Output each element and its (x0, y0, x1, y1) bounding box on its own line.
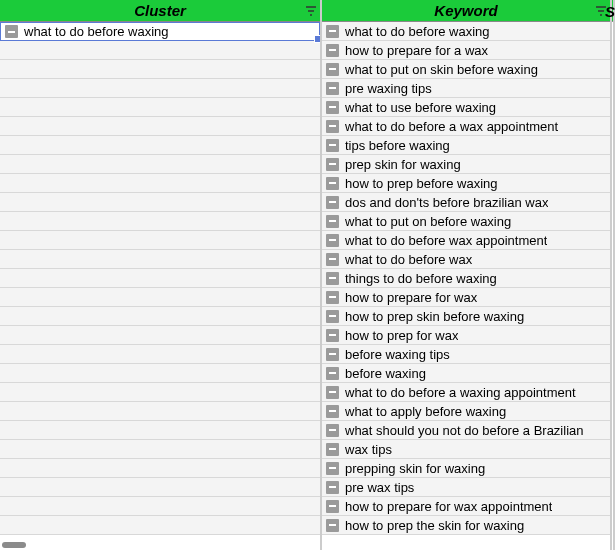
cluster-row-empty[interactable] (0, 307, 320, 326)
keyword-row[interactable]: pre waxing tips (322, 79, 610, 98)
cluster-row-empty[interactable] (0, 383, 320, 402)
cluster-row-empty[interactable] (0, 193, 320, 212)
keyword-cell-text: what should you not do before a Brazilia… (345, 423, 584, 438)
spreadsheet-grid: Cluster what to do before waxing Keyword… (0, 0, 615, 550)
keyword-row[interactable]: before waxing tips (322, 345, 610, 364)
keyword-row[interactable]: what should you not do before a Brazilia… (322, 421, 610, 440)
keyword-row[interactable]: what to do before wax appointment (322, 231, 610, 250)
collapse-icon[interactable] (326, 234, 339, 247)
keyword-row[interactable]: what to put on skin before waxing (322, 60, 610, 79)
cluster-row-empty[interactable] (0, 155, 320, 174)
collapse-icon[interactable] (326, 196, 339, 209)
cluster-row-empty[interactable] (0, 402, 320, 421)
keyword-row[interactable]: what to apply before waxing (322, 402, 610, 421)
keyword-column: Keyword what to do before waxinghow to p… (322, 0, 612, 550)
keyword-cell-text: what to do before a wax appointment (345, 119, 558, 134)
collapse-icon[interactable] (326, 82, 339, 95)
keyword-row[interactable]: prep skin for waxing (322, 155, 610, 174)
cluster-row-empty[interactable] (0, 497, 320, 516)
keyword-cell-text: what to do before a waxing appointment (345, 385, 576, 400)
cluster-row-empty[interactable] (0, 98, 320, 117)
collapse-icon[interactable] (326, 158, 339, 171)
collapse-icon[interactable] (326, 291, 339, 304)
keyword-row[interactable]: what to use before waxing (322, 98, 610, 117)
collapse-icon[interactable] (326, 63, 339, 76)
cluster-row-empty[interactable] (0, 231, 320, 250)
collapse-icon[interactable] (326, 120, 339, 133)
cluster-row-empty[interactable] (0, 212, 320, 231)
collapse-icon[interactable] (326, 500, 339, 513)
cluster-header-label: Cluster (134, 2, 186, 19)
collapse-icon[interactable] (326, 139, 339, 152)
cluster-row-empty[interactable] (0, 79, 320, 98)
keyword-row[interactable]: before waxing (322, 364, 610, 383)
cluster-row[interactable]: what to do before waxing (0, 22, 320, 41)
collapse-icon[interactable] (326, 348, 339, 361)
keyword-row[interactable]: what to do before a waxing appointment (322, 383, 610, 402)
collapse-icon[interactable] (326, 424, 339, 437)
collapse-icon[interactable] (326, 310, 339, 323)
cluster-row-empty[interactable] (0, 459, 320, 478)
keyword-cell-text: how to prepare for wax (345, 290, 477, 305)
keyword-cell-text: how to prepare for a wax (345, 43, 488, 58)
keyword-row[interactable]: prepping skin for waxing (322, 459, 610, 478)
keyword-cell-text: how to prepare for wax appointment (345, 499, 552, 514)
cluster-row-empty[interactable] (0, 288, 320, 307)
cluster-row-empty[interactable] (0, 60, 320, 79)
cluster-row-empty[interactable] (0, 516, 320, 535)
collapse-icon[interactable] (326, 443, 339, 456)
keyword-row[interactable]: what to do before wax (322, 250, 610, 269)
keyword-row[interactable]: pre wax tips (322, 478, 610, 497)
keyword-row[interactable]: what to put on before waxing (322, 212, 610, 231)
keyword-row[interactable]: how to prep for wax (322, 326, 610, 345)
next-column-hint: S (604, 3, 615, 20)
collapse-icon[interactable] (326, 386, 339, 399)
keyword-row[interactable]: tips before waxing (322, 136, 610, 155)
cluster-row-empty[interactable] (0, 250, 320, 269)
collapse-icon[interactable] (326, 215, 339, 228)
collapse-icon[interactable] (326, 253, 339, 266)
collapse-icon[interactable] (326, 44, 339, 57)
collapse-icon[interactable] (326, 272, 339, 285)
cluster-row-empty[interactable] (0, 440, 320, 459)
cluster-row-empty[interactable] (0, 269, 320, 288)
keyword-row[interactable]: how to prepare for wax (322, 288, 610, 307)
keyword-row[interactable]: how to prepare for wax appointment (322, 497, 610, 516)
collapse-icon[interactable] (326, 177, 339, 190)
keyword-row[interactable]: what to do before waxing (322, 22, 610, 41)
collapse-icon[interactable] (326, 519, 339, 532)
keyword-row[interactable]: things to do before waxing (322, 269, 610, 288)
cluster-row-empty[interactable] (0, 117, 320, 136)
keyword-row[interactable]: wax tips (322, 440, 610, 459)
keyword-row[interactable]: how to prep the skin for waxing (322, 516, 610, 535)
collapse-icon[interactable] (326, 462, 339, 475)
cluster-header[interactable]: Cluster (0, 0, 320, 22)
cluster-row-empty[interactable] (0, 326, 320, 345)
keyword-row[interactable]: dos and don'ts before brazilian wax (322, 193, 610, 212)
cluster-row-empty[interactable] (0, 478, 320, 497)
filter-icon[interactable] (306, 6, 316, 16)
keyword-cell-text: how to prep skin before waxing (345, 309, 524, 324)
cluster-row-empty[interactable] (0, 136, 320, 155)
cluster-row-empty[interactable] (0, 421, 320, 440)
horizontal-scrollbar[interactable] (2, 542, 26, 548)
keyword-cell-text: prepping skin for waxing (345, 461, 485, 476)
collapse-icon[interactable] (326, 405, 339, 418)
collapse-icon[interactable] (326, 367, 339, 380)
keyword-row[interactable]: how to prepare for a wax (322, 41, 610, 60)
collapse-icon[interactable] (326, 329, 339, 342)
collapse-icon[interactable] (326, 25, 339, 38)
collapse-icon[interactable] (5, 25, 18, 38)
keyword-row[interactable]: how to prep skin before waxing (322, 307, 610, 326)
keyword-header[interactable]: Keyword (322, 0, 610, 22)
cluster-row-empty[interactable] (0, 364, 320, 383)
collapse-icon[interactable] (326, 481, 339, 494)
keyword-row[interactable]: how to prep before waxing (322, 174, 610, 193)
keyword-row[interactable]: what to do before a wax appointment (322, 117, 610, 136)
collapse-icon[interactable] (326, 101, 339, 114)
keyword-cell-text: how to prep before waxing (345, 176, 497, 191)
cluster-row-empty[interactable] (0, 41, 320, 60)
cluster-row-empty[interactable] (0, 345, 320, 364)
keyword-cell-text: dos and don'ts before brazilian wax (345, 195, 548, 210)
cluster-row-empty[interactable] (0, 174, 320, 193)
